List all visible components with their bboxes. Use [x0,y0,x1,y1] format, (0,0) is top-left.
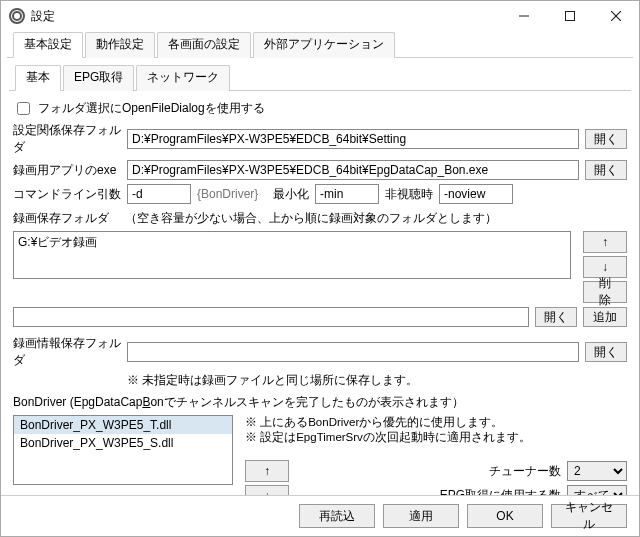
bondriver-item[interactable]: BonDriver_PX_W3PE5_S.dll [14,434,232,452]
settings-folder-label: 設定関係保存フォルダ [13,122,121,156]
subtab-epg[interactable]: EPG取得 [63,65,134,91]
use-openfiledialog-checkbox[interactable]: フォルダ選択にOpenFileDialogを使用する [13,99,627,118]
cmdline-label: コマンドライン引数 [13,186,121,203]
cancel-button[interactable]: キャンセル [551,504,627,528]
epg-count-label: EPG取得に使用する数 [440,487,561,496]
app-icon [9,8,25,24]
outer-tab-bar: 基本設定 動作設定 各画面の設定 外部アプリケーション [7,31,633,58]
rec-exe-label: 録画用アプリのexe [13,162,121,179]
inner-tab-bar: 基本 EPG取得 ネットワーク [9,64,631,91]
tab-external-apps[interactable]: 外部アプリケーション [253,32,395,58]
rec-folder-heading: 録画保存フォルダ [13,210,109,227]
rec-folder-item[interactable]: G:¥ビデオ録画 [18,234,566,251]
settings-folder-input[interactable] [127,129,579,149]
rec-folder-list[interactable]: G:¥ビデオ録画 [13,231,571,279]
settings-folder-open-button[interactable]: 開く [585,129,627,149]
info-folder-note: ※ 未指定時は録画ファイルと同じ場所に保存します。 [127,373,418,388]
rec-folder-add-button[interactable]: 追加 [583,307,627,327]
info-folder-input[interactable] [127,342,579,362]
rec-exe-open-button[interactable]: 開く [585,160,627,180]
close-button[interactable] [593,1,639,31]
bondriver-up-button[interactable]: ↑ [245,460,289,482]
dialog-footer: 再読込 適用 OK キャンセル [1,495,639,536]
bondriver-note1: ※ 上にあるBonDriverから優先的に使用します。 [245,415,627,430]
cmd-noview-input[interactable] [439,184,513,204]
settings-window: 設定 基本設定 動作設定 各画面の設定 外部アプリケーション 基本 EPG取得 … [0,0,640,537]
tab-behavior[interactable]: 動作設定 [85,32,155,58]
minimize-button[interactable] [501,1,547,31]
bondriver-list[interactable]: BonDriver_PX_W3PE5_T.dll BonDriver_PX_W3… [13,415,233,485]
tuner-count-label: チューナー数 [489,463,561,480]
titlebar: 設定 [1,1,639,31]
cmd-noview-label: 非視聴時 [385,186,433,203]
rec-folder-add-open-button[interactable]: 開く [535,307,577,327]
tuner-count-select[interactable]: 2 [567,461,627,481]
window-title: 設定 [31,8,501,25]
bondriver-note2: ※ 設定はEpgTimerSrvの次回起動時に適用されます。 [245,430,627,445]
info-folder-open-button[interactable]: 開く [585,342,627,362]
cmd-min-input[interactable] [315,184,379,204]
subtab-network[interactable]: ネットワーク [136,65,230,91]
tab-basic[interactable]: 基本設定 [13,32,83,58]
bondriver-item[interactable]: BonDriver_PX_W3PE5_T.dll [14,416,232,434]
subtab-basic[interactable]: 基本 [15,65,61,91]
rec-folder-add-input[interactable] [13,307,529,327]
use-openfiledialog-input[interactable] [17,102,30,115]
bondriver-down-button[interactable]: ↓ [245,485,289,496]
rec-exe-input[interactable] [127,160,579,180]
cmd-min-label: 最小化 [273,186,309,203]
maximize-button[interactable] [547,1,593,31]
rec-folder-up-button[interactable]: ↑ [583,231,627,253]
rec-folder-buttons: ↑ ↓ 削除 [583,231,627,303]
epg-count-select[interactable]: すべて [567,485,627,495]
bondriver-heading: BonDriver (EpgDataCapBonでチャンネルスキャンを完了したも… [13,394,464,411]
rec-folder-note: （空き容量が少ない場合、上から順に録画対象のフォルダとします） [125,211,497,226]
svg-rect-1 [566,12,575,21]
rec-folder-delete-button[interactable]: 削除 [583,281,627,303]
tab-screens[interactable]: 各画面の設定 [157,32,251,58]
reload-button[interactable]: 再読込 [299,504,375,528]
content-area: フォルダ選択にOpenFileDialogを使用する 設定関係保存フォルダ 開く… [1,91,639,495]
use-openfiledialog-label: フォルダ選択にOpenFileDialogを使用する [38,100,265,117]
cmd-bondriver-placeholder: {BonDriver} [197,187,267,201]
info-folder-label: 録画情報保存フォルダ [13,335,121,369]
apply-button[interactable]: 適用 [383,504,459,528]
window-buttons [501,1,639,31]
ok-button[interactable]: OK [467,504,543,528]
cmd-d-input[interactable] [127,184,191,204]
